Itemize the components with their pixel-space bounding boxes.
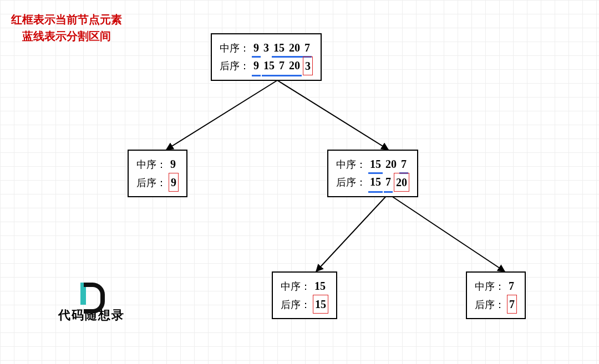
- root-postorder-seq: 9157203: [252, 57, 313, 75]
- inorder-label: 中序：: [136, 157, 166, 173]
- node-15: 中序： 15 后序： 15: [272, 271, 337, 319]
- root-inorder-row: 中序： 9315207: [220, 39, 313, 57]
- node-7-postorder-seq: 7: [507, 295, 517, 314]
- node-7: 中序： 7 后序： 7: [466, 271, 526, 319]
- postorder-label: 后序：: [220, 58, 250, 74]
- legend: 红框表示当前节点元素 蓝线表示分割区间: [11, 11, 122, 44]
- inorder-label: 中序：: [220, 40, 250, 57]
- logo-icon: [80, 283, 103, 305]
- node-9-inorder-seq: 9: [169, 155, 177, 173]
- postorder-label: 后序：: [336, 175, 366, 191]
- node-20-postorder-seq: 15720: [368, 173, 409, 192]
- node-20: 中序： 15207 后序： 15720: [327, 150, 418, 197]
- node-15-inorder-seq: 15: [313, 277, 327, 295]
- postorder-label: 后序：: [281, 297, 311, 313]
- legend-line-2: 蓝线表示分割区间: [11, 28, 122, 44]
- svg-line-1: [277, 80, 388, 150]
- inorder-label: 中序：: [336, 157, 366, 173]
- svg-line-0: [166, 80, 277, 150]
- node-9: 中序： 9 后序： 9: [128, 150, 187, 197]
- postorder-label: 后序：: [136, 175, 166, 191]
- postorder-label: 后序：: [475, 297, 505, 313]
- node-7-inorder-seq: 7: [507, 277, 516, 295]
- inorder-label: 中序：: [281, 279, 311, 295]
- inorder-label: 中序：: [475, 279, 505, 295]
- watermark: 代码随想录: [58, 283, 125, 324]
- node-9-postorder-seq: 9: [169, 173, 179, 192]
- svg-line-2: [316, 194, 388, 271]
- svg-line-3: [388, 194, 505, 271]
- legend-line-1: 红框表示当前节点元素: [11, 11, 122, 28]
- root-inorder-seq: 9315207: [252, 39, 312, 57]
- root-postorder-row: 后序： 9157203: [220, 57, 313, 75]
- node-20-inorder-seq: 15207: [368, 155, 408, 173]
- node-15-postorder-seq: 15: [313, 295, 328, 314]
- node-root: 中序： 9315207 后序： 9157203: [211, 33, 322, 81]
